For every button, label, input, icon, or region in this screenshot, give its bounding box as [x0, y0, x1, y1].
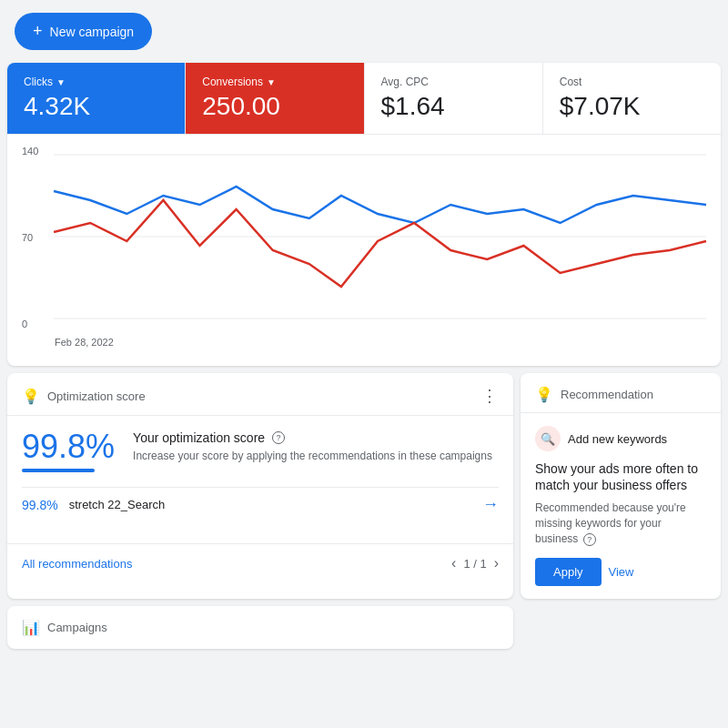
prev-page-icon[interactable]: ‹ — [451, 555, 456, 571]
optimization-footer: All recommendations ‹ 1 / 1 › — [7, 543, 513, 582]
conversions-label: Conversions ▼ — [202, 76, 347, 88]
next-page-icon[interactable]: › — [494, 555, 499, 571]
conversions-value: 250.00 — [202, 92, 347, 121]
y-label-70: 70 — [22, 232, 38, 243]
progress-bar-fill — [22, 469, 95, 472]
search-icon-circle: 🔍 — [535, 426, 561, 451]
clicks-label: Clicks ▼ — [24, 76, 168, 88]
campaign-left: 99.8% stretch 22_Search — [22, 498, 165, 512]
bottom-row: 💡 Optimization score ⋮ 99.8% Your optimi… — [7, 373, 721, 599]
optimization-body: 99.8% Your optimization score ? Increase… — [7, 416, 513, 536]
cost-label: Cost — [560, 76, 704, 88]
conversions-chevron-icon: ▼ — [267, 77, 276, 87]
campaign-row[interactable]: 99.8% stretch 22_Search → — [22, 487, 499, 521]
plus-icon: + — [33, 22, 43, 41]
help-icon[interactable]: ? — [272, 431, 285, 444]
clicks-chevron-icon: ▼ — [56, 77, 66, 87]
recommendation-card-header: 💡 Recommendation — [521, 373, 721, 413]
optimization-card-title: Optimization score — [47, 389, 146, 403]
rec-lightbulb-icon: 💡 — [535, 386, 553, 403]
stats-card: Clicks ▼ 4.32K Conversions ▼ 250.00 Avg.… — [7, 63, 721, 366]
recommendation-headline: Show your ads more often to match your b… — [535, 460, 706, 493]
new-campaign-label: New campaign — [50, 25, 135, 39]
cost-value: $7.07K — [560, 92, 704, 121]
keyword-label: Add new keywords — [568, 432, 667, 446]
apply-button[interactable]: Apply — [535, 558, 602, 586]
optimization-score-main: 99.8% Your optimization score ? Increase… — [22, 430, 499, 472]
campaigns-label: Campaigns — [47, 621, 107, 634]
pagination-text: 1 / 1 — [463, 557, 486, 571]
recommendation-card: 💡 Recommendation 🔍 Add new keywords Show… — [521, 373, 721, 599]
more-options-icon[interactable]: ⋮ — [481, 386, 499, 406]
search-icon: 🔍 — [541, 432, 555, 446]
avg-cpc-stat: Avg. CPC $1.64 — [365, 63, 543, 134]
campaign-arrow-icon: → — [482, 495, 499, 514]
recommendation-body: 🔍 Add new keywords Show your ads more of… — [521, 413, 721, 599]
stats-row: Clicks ▼ 4.32K Conversions ▼ 250.00 Avg.… — [7, 63, 721, 135]
all-recommendations-link[interactable]: All recommendations — [22, 557, 132, 571]
conversions-stat[interactable]: Conversions ▼ 250.00 — [186, 63, 364, 134]
optimization-card-header: 💡 Optimization score ⋮ — [7, 373, 513, 416]
bar-chart-icon: 📊 — [22, 619, 40, 636]
campaign-name: stretch 22_Search — [69, 498, 166, 511]
chart-y-labels: 140 70 0 — [22, 146, 38, 329]
optimization-description: Your optimization score ? Increase your … — [133, 430, 492, 464]
recommendation-actions: Apply View — [535, 558, 706, 586]
new-campaign-button[interactable]: + New campaign — [15, 13, 152, 50]
recommendation-header-left: 💡 Recommendation — [535, 386, 653, 403]
recommendation-desc: Recommended because you're missing keywo… — [535, 500, 706, 546]
top-bar: + New campaign — [0, 0, 728, 63]
optimization-percentage: 99.8% — [22, 430, 115, 463]
lightbulb-icon: 💡 — [22, 388, 40, 405]
optimization-header-left: 💡 Optimization score — [22, 388, 146, 405]
campaign-score: 99.8% — [22, 498, 58, 512]
pagination: ‹ 1 / 1 › — [451, 555, 499, 571]
chart-x-label: Feb 28, 2022 — [22, 337, 706, 348]
line-chart — [22, 146, 706, 328]
keyword-row: 🔍 Add new keywords — [535, 426, 706, 451]
clicks-value: 4.32K — [24, 92, 168, 121]
y-label-0: 0 — [22, 318, 38, 329]
optimization-card: 💡 Optimization score ⋮ 99.8% Your optimi… — [7, 373, 513, 599]
progress-bar-container — [22, 469, 95, 472]
recommendation-card-title: Recommendation — [561, 388, 653, 401]
y-label-140: 140 — [22, 146, 38, 157]
avg-cpc-value: $1.64 — [381, 92, 526, 121]
rec-help-icon[interactable]: ? — [583, 533, 596, 546]
cost-stat: Cost $7.07K — [543, 63, 721, 134]
clicks-stat[interactable]: Clicks ▼ 4.32K — [7, 63, 186, 134]
campaigns-mini-card: 📊 Campaigns — [7, 606, 513, 649]
optimization-desc-text: Increase your score by applying the reco… — [133, 449, 492, 464]
optimization-heading: Your optimization score ? — [133, 430, 492, 445]
optimization-percentage-block: 99.8% — [22, 430, 115, 472]
chart-container: 140 70 0 Feb 28, 2022 — [7, 135, 721, 366]
avg-cpc-label: Avg. CPC — [381, 76, 526, 88]
view-button[interactable]: View — [609, 565, 634, 579]
